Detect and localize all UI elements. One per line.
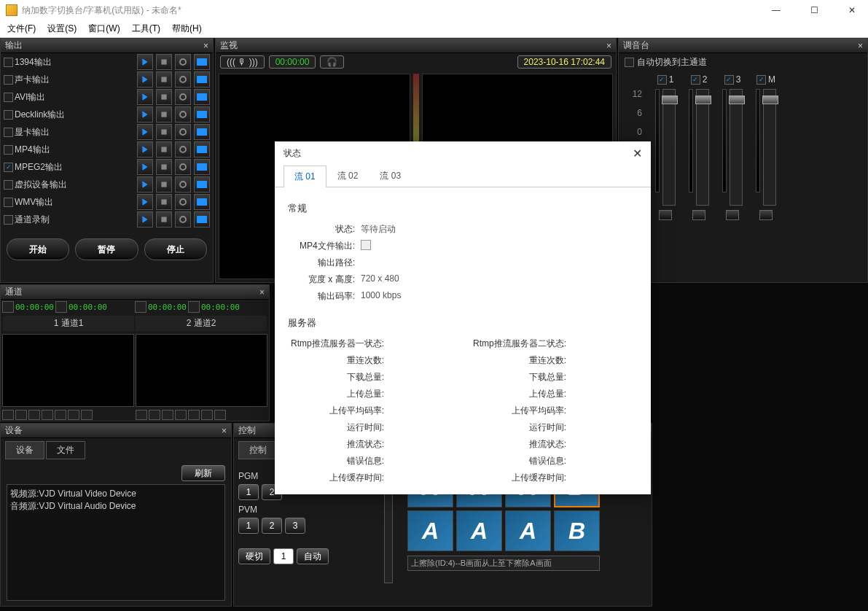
pgm-1-button[interactable]: 1 xyxy=(238,484,259,500)
play-icon[interactable] xyxy=(137,89,153,105)
power-icon[interactable] xyxy=(175,141,191,157)
dialog-close-icon[interactable]: ✕ xyxy=(633,147,642,160)
menu-window[interactable]: 窗口(W) xyxy=(84,21,124,36)
monitor-icon[interactable] xyxy=(194,211,210,227)
monitor-icon[interactable] xyxy=(194,71,210,87)
mixer-fader-2[interactable] xyxy=(730,89,743,206)
monitor-icon[interactable] xyxy=(194,106,210,122)
transport-btn[interactable] xyxy=(42,410,53,420)
headphones-icon[interactable]: 🎧 xyxy=(320,55,344,69)
minimize-button[interactable]: — xyxy=(766,5,786,15)
tc-btn[interactable] xyxy=(55,301,67,313)
play-icon[interactable] xyxy=(137,194,153,210)
monitor-icon[interactable] xyxy=(194,124,210,140)
output-checkbox-3[interactable] xyxy=(4,110,13,120)
tc-btn[interactable] xyxy=(135,301,146,313)
transport-btn[interactable] xyxy=(15,410,27,420)
channel-view-2[interactable] xyxy=(136,334,267,407)
menu-help[interactable]: 帮助(H) xyxy=(168,21,206,36)
mp4-checkbox[interactable] xyxy=(361,240,371,250)
one-button[interactable]: 1 xyxy=(273,548,294,564)
power-icon[interactable] xyxy=(175,106,191,122)
power-icon[interactable] xyxy=(175,176,191,192)
tc-btn[interactable] xyxy=(188,301,200,313)
channel-label-1[interactable]: 1 通道1 xyxy=(3,316,134,331)
output-checkbox-0[interactable] xyxy=(4,58,13,67)
device-tab[interactable]: 设备 xyxy=(5,441,44,459)
mixer-mute-1[interactable] xyxy=(692,210,705,220)
transport-btn[interactable] xyxy=(214,410,226,420)
mixer-fader-0[interactable] xyxy=(662,89,676,206)
monitor-close-icon[interactable]: × xyxy=(606,41,611,51)
monitor-icon[interactable] xyxy=(194,176,210,192)
start-button[interactable]: 开始 xyxy=(7,238,69,260)
monitor-icon[interactable] xyxy=(194,141,210,157)
play-icon[interactable] xyxy=(137,211,153,227)
play-icon[interactable] xyxy=(137,106,153,122)
output-checkbox-4[interactable] xyxy=(4,128,13,137)
transport-btn[interactable] xyxy=(28,410,40,420)
pvm-2-button[interactable]: 2 xyxy=(262,518,282,534)
transport-btn[interactable] xyxy=(175,410,187,420)
stop-icon[interactable] xyxy=(156,211,172,227)
transport-btn[interactable] xyxy=(149,410,160,420)
stop-button[interactable]: 停止 xyxy=(144,238,207,260)
transport-btn[interactable] xyxy=(162,410,173,420)
mixer-ch-checkbox-3[interactable]: ✓ xyxy=(756,75,766,85)
transport-btn[interactable] xyxy=(201,410,213,420)
menu-file[interactable]: 文件(F) xyxy=(3,21,40,36)
transport-btn[interactable] xyxy=(81,410,93,420)
transport-btn[interactable] xyxy=(55,410,66,420)
hardcut-button[interactable]: 硬切 xyxy=(238,548,270,564)
output-checkbox-8[interactable] xyxy=(4,198,13,207)
power-icon[interactable] xyxy=(175,54,191,70)
monitor-icon[interactable] xyxy=(194,54,210,70)
power-icon[interactable] xyxy=(175,194,191,210)
mixer-close-icon[interactable]: × xyxy=(858,41,863,51)
output-checkbox-7[interactable] xyxy=(4,180,13,190)
broadcast-icon[interactable]: ((( 🎙 ))) xyxy=(220,55,265,69)
output-close-icon[interactable]: × xyxy=(203,41,208,51)
mixer-mute-3[interactable] xyxy=(759,210,773,220)
stop-icon[interactable] xyxy=(156,54,172,70)
mixer-mute-2[interactable] xyxy=(726,210,739,220)
pvm-3-button[interactable]: 3 xyxy=(285,518,305,534)
transition-thumb[interactable]: B xyxy=(554,510,600,551)
channels-close-icon[interactable]: × xyxy=(259,287,265,297)
control-tab[interactable]: 控制 xyxy=(238,441,278,459)
transition-thumb[interactable]: A xyxy=(505,510,551,551)
pvm-1-button[interactable]: 1 xyxy=(238,518,259,534)
power-icon[interactable] xyxy=(175,71,191,87)
mixer-ch-checkbox-2[interactable]: ✓ xyxy=(724,75,734,85)
transition-thumb[interactable]: A xyxy=(456,510,502,551)
auto-button[interactable]: 自动 xyxy=(297,548,329,564)
transport-btn[interactable] xyxy=(2,410,14,420)
mixer-fader-1[interactable] xyxy=(696,89,709,206)
t-bar-slider[interactable] xyxy=(384,481,393,583)
device-list[interactable]: 视频源:VJD Virtual Video Device 音频源:VJD Vir… xyxy=(7,484,225,601)
power-icon[interactable] xyxy=(175,89,191,105)
play-icon[interactable] xyxy=(137,141,153,157)
stop-icon[interactable] xyxy=(156,194,172,210)
monitor-icon[interactable] xyxy=(194,89,210,105)
channel-view-1[interactable] xyxy=(2,334,134,407)
menu-tools[interactable]: 工具(T) xyxy=(128,21,165,36)
maximize-button[interactable]: ☐ xyxy=(804,5,824,15)
stream-tab-2[interactable]: 流 02 xyxy=(327,165,370,187)
stop-icon[interactable] xyxy=(156,124,172,140)
output-checkbox-2[interactable] xyxy=(4,93,13,102)
menu-settings[interactable]: 设置(S) xyxy=(43,21,81,36)
monitor-icon[interactable] xyxy=(194,194,210,210)
channel-label-2[interactable]: 2 通道2 xyxy=(136,316,267,331)
monitor-icon[interactable] xyxy=(194,159,210,175)
mixer-mute-0[interactable] xyxy=(659,210,672,220)
stop-icon[interactable] xyxy=(156,106,172,122)
output-checkbox-9[interactable] xyxy=(4,215,13,225)
play-icon[interactable] xyxy=(137,71,153,87)
refresh-button[interactable]: 刷新 xyxy=(181,465,225,481)
mixer-auto-checkbox[interactable] xyxy=(625,58,634,67)
play-icon[interactable] xyxy=(137,124,153,140)
output-checkbox-6[interactable]: ✓ xyxy=(4,163,13,172)
stream-tab-3[interactable]: 流 03 xyxy=(369,165,412,187)
power-icon[interactable] xyxy=(175,211,191,227)
